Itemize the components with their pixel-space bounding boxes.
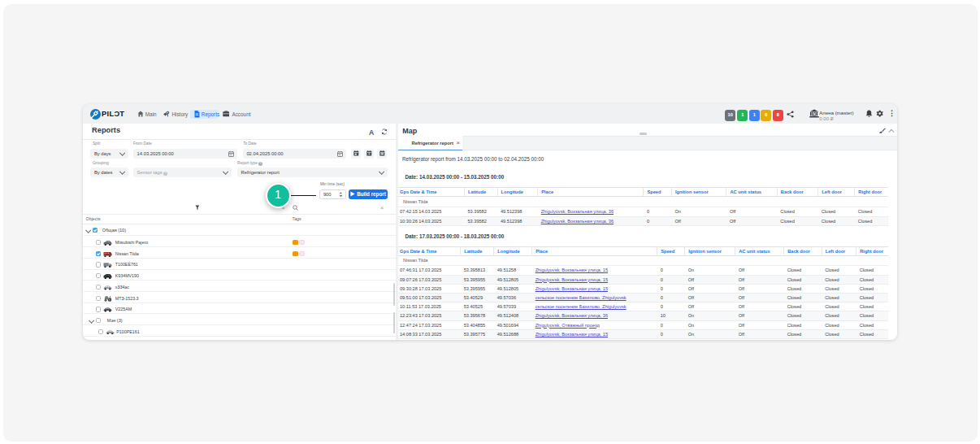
svg-text:M: M [813, 113, 815, 116]
